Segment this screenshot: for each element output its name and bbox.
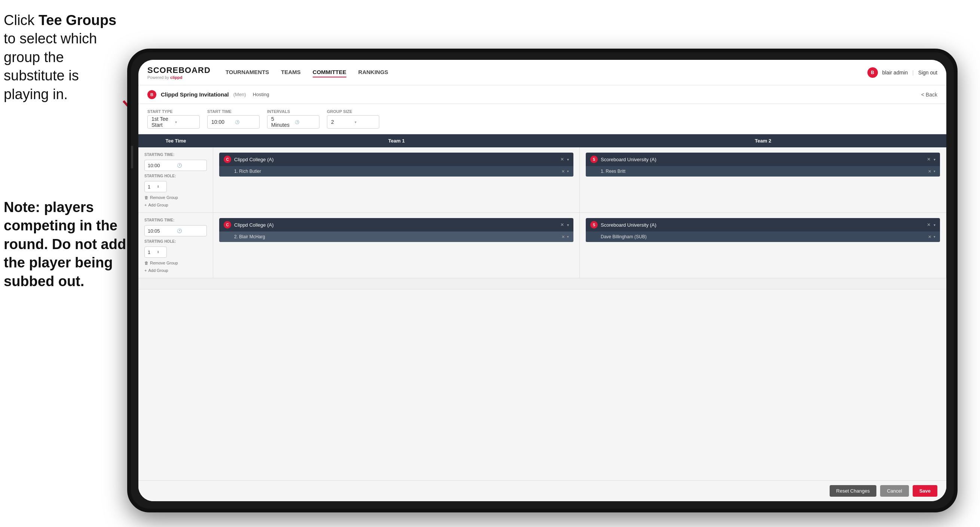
player-row-1-1[interactable]: 1. Rich Butler ✕ ▾ xyxy=(219,166,573,177)
team2-card-actions-1: ✕ ▾ xyxy=(927,157,935,162)
player-name-2-2: Dave Billingham (SUB) xyxy=(601,234,928,239)
start-time-input[interactable]: 10:00 🕐 xyxy=(207,115,259,129)
team2-card-1[interactable]: S Scoreboard University (A) ✕ ▾ 1. Rees … xyxy=(586,153,940,177)
starting-time-input-1[interactable]: 10:00 🕐 xyxy=(145,160,207,171)
team2-card-header-2: S Scoreboard University (A) ✕ ▾ xyxy=(586,218,940,231)
team2-chevron-icon-2: ▾ xyxy=(934,223,935,227)
team2-card-name-1: Scoreboard University (A) xyxy=(601,157,924,162)
save-button[interactable]: Save xyxy=(913,485,937,497)
nav-tournaments[interactable]: TOURNAMENTS xyxy=(226,67,269,77)
plus-icon-2: + xyxy=(145,268,146,273)
starting-hole-input-2[interactable]: 1 ⬍ xyxy=(145,247,167,258)
start-type-label: Start Type xyxy=(147,109,200,114)
add-group-button-1[interactable]: + Add Group xyxy=(145,203,207,207)
breadcrumb-icon: B xyxy=(147,90,156,99)
tee-row-left-1: STARTING TIME: 10:00 🕐 STARTING HOLE: 1 … xyxy=(138,147,213,212)
trash-icon: 🗑 xyxy=(145,195,148,200)
tee-rows-container: STARTING TIME: 10:00 🕐 STARTING HOLE: 1 … xyxy=(138,147,947,480)
team1-chevron-icon-1: ▾ xyxy=(567,158,569,162)
nav-rankings[interactable]: RANKINGS xyxy=(358,67,388,77)
breadcrumb-title: Clippd Spring Invitational xyxy=(161,91,229,98)
intervals-input[interactable]: 5 Minutes 🕐 xyxy=(267,115,320,129)
annotation-top: Click Tee Groups to select which group t… xyxy=(4,11,120,103)
player-chevron-icon-2: ▾ xyxy=(934,169,935,173)
sign-out-link[interactable]: Sign out xyxy=(918,70,937,76)
player-x-icon-4[interactable]: ✕ xyxy=(928,234,931,239)
team2-card-icon-2: S xyxy=(590,221,598,229)
tee-row-partial xyxy=(138,278,947,290)
group-size-label: Group Size xyxy=(327,109,379,114)
team2-close-icon-1[interactable]: ✕ xyxy=(927,157,931,162)
team1-cell-2: C Clippd College (A) ✕ ▾ 2. Blair McHarg… xyxy=(213,213,580,278)
remove-group-button-2[interactable]: 🗑 Remove Group xyxy=(145,261,207,265)
player-name-1-1: 1. Rich Butler xyxy=(234,169,562,174)
start-time-group: Start Time 10:00 🕐 xyxy=(207,109,259,129)
chevron-down-icon-2: ▾ xyxy=(355,120,375,124)
team2-close-icon-2[interactable]: ✕ xyxy=(927,222,931,228)
player-row-2-2[interactable]: Dave Billingham (SUB) ✕ ▾ xyxy=(586,231,940,242)
nav-items: TOURNAMENTS TEAMS COMMITTEE RANKINGS xyxy=(226,67,867,77)
player-x-icon-3[interactable]: ✕ xyxy=(562,234,565,239)
add-group-button-2[interactable]: + Add Group xyxy=(145,268,207,273)
logo-scoreboard: SCOREBOARD xyxy=(147,65,211,75)
team2-card-name-2: Scoreboard University (A) xyxy=(601,222,924,228)
player-x-icon[interactable]: ✕ xyxy=(562,169,565,174)
team1-close-icon-1[interactable]: ✕ xyxy=(560,157,564,162)
nav-teams[interactable]: TEAMS xyxy=(281,67,301,77)
starting-hole-label-1: STARTING HOLE: xyxy=(145,174,207,178)
player-name-2-1: 1. Rees Britt xyxy=(601,169,928,174)
team1-card-header-2: C Clippd College (A) ✕ ▾ xyxy=(219,218,573,231)
tablet-screen: SCOREBOARD Powered by clippd TOURNAMENTS… xyxy=(138,60,947,501)
team1-close-icon-2[interactable]: ✕ xyxy=(560,222,564,228)
clock-icon-2: 🕐 xyxy=(295,120,315,124)
tee-table-header: Tee Time Team 1 Team 2 xyxy=(138,134,947,147)
main-content: Start Type 1st Tee Start ▾ Start Time 10… xyxy=(138,104,947,501)
team1-col-header: Team 1 xyxy=(213,134,580,147)
team1-card-2[interactable]: C Clippd College (A) ✕ ▾ 2. Blair McHarg… xyxy=(219,218,573,242)
team2-cell-2: S Scoreboard University (A) ✕ ▾ Dave Bil… xyxy=(580,213,947,278)
team1-card-1[interactable]: C Clippd College (A) ✕ ▾ 1. Rich Butler … xyxy=(219,153,573,177)
player-x-icon-2[interactable]: ✕ xyxy=(928,169,931,174)
team2-card-2[interactable]: S Scoreboard University (A) ✕ ▾ Dave Bil… xyxy=(586,218,940,242)
start-type-input[interactable]: 1st Tee Start ▾ xyxy=(147,115,200,129)
back-button[interactable]: < Back xyxy=(921,92,937,98)
starting-time-label-2: STARTING TIME: xyxy=(145,218,207,222)
starting-time-label-1: STARTING TIME: xyxy=(145,153,207,157)
player-chevron-icon: ▾ xyxy=(567,169,569,173)
clock-icon-3: 🕐 xyxy=(177,163,204,168)
logo-clippd: clippd xyxy=(170,75,182,80)
breadcrumb-gender: (Men) xyxy=(234,92,246,97)
logo-powered: Powered by clippd xyxy=(147,75,211,80)
player-row-1-2[interactable]: 2. Blair McHarg ✕ ▾ xyxy=(219,231,573,242)
breadcrumb-left: B Clippd Spring Invitational (Men) Hosti… xyxy=(147,90,269,99)
nav-committee[interactable]: COMMITTEE xyxy=(313,67,346,77)
breadcrumb-bar: B Clippd Spring Invitational (Men) Hosti… xyxy=(138,85,947,104)
group-size-group: Group Size 2 ▾ xyxy=(327,109,379,129)
player-chevron-icon-4: ▾ xyxy=(934,235,935,239)
tee-time-col-header: Tee Time xyxy=(138,134,213,147)
bottom-bar: Reset Changes Cancel Save xyxy=(138,480,947,501)
team2-col-header: Team 2 xyxy=(580,134,947,147)
cancel-button[interactable]: Cancel xyxy=(880,485,908,497)
tablet-side-button xyxy=(129,146,133,168)
team2-cell-1: S Scoreboard University (A) ✕ ▾ 1. Rees … xyxy=(580,147,947,212)
settings-bar: Start Type 1st Tee Start ▾ Start Time 10… xyxy=(138,104,947,134)
reset-changes-button[interactable]: Reset Changes xyxy=(830,485,877,497)
team2-card-actions-2: ✕ ▾ xyxy=(927,222,935,228)
chevron-up-down-icon: ⬍ xyxy=(157,185,164,188)
nav-right: B blair admin | Sign out xyxy=(867,67,938,78)
team1-card-header-1: C Clippd College (A) ✕ ▾ xyxy=(219,153,573,166)
team1-cell-1: C Clippd College (A) ✕ ▾ 1. Rich Butler … xyxy=(213,147,580,212)
admin-avatar: B xyxy=(867,67,878,78)
starting-time-input-2[interactable]: 10:05 🕐 xyxy=(145,225,207,236)
starting-hole-input-1[interactable]: 1 ⬍ xyxy=(145,181,167,192)
trash-icon-2: 🗑 xyxy=(145,261,148,265)
tee-row-left-2: STARTING TIME: 10:05 🕐 STARTING HOLE: 1 … xyxy=(138,213,213,278)
group-size-input[interactable]: 2 ▾ xyxy=(327,115,379,129)
intervals-label: Intervals xyxy=(267,109,320,114)
player-row-2-1[interactable]: 1. Rees Britt ✕ ▾ xyxy=(586,166,940,177)
admin-name: blair admin xyxy=(882,70,908,76)
remove-group-button-1[interactable]: 🗑 Remove Group xyxy=(145,195,207,200)
chevron-down-icon: ▾ xyxy=(175,120,196,124)
annotation-note: Note: players competing in the round. Do… xyxy=(4,198,131,291)
